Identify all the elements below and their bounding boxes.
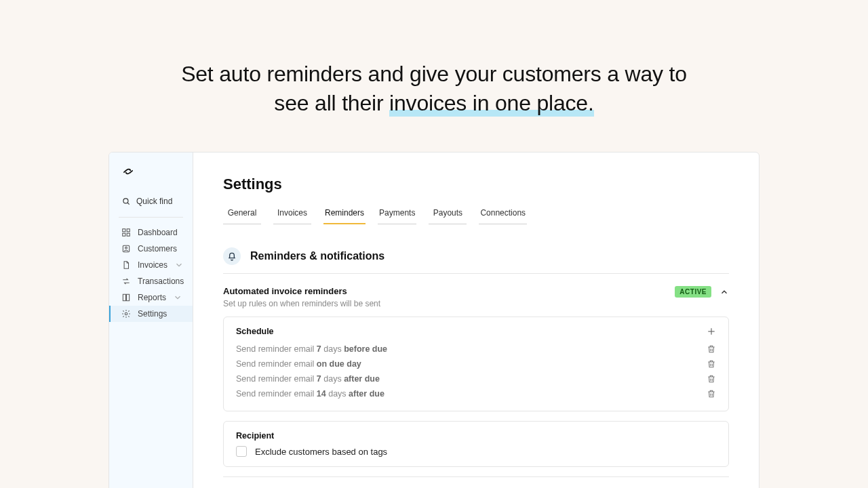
- sidebar-item-invoices[interactable]: Invoices: [109, 257, 193, 273]
- page-title: Settings: [223, 176, 729, 193]
- squarespace-logo-icon: [121, 165, 135, 178]
- sidebar: Quick find Dashboard Customers Invoices …: [109, 152, 193, 488]
- schedule-rule: Send reminder email on due day: [236, 357, 716, 371]
- tabs: General Invoices Reminders Payments Payo…: [223, 205, 729, 224]
- svg-rect-4: [123, 234, 125, 237]
- sidebar-item-transactions[interactable]: Transactions: [109, 273, 193, 289]
- exclude-checkbox[interactable]: [236, 446, 247, 457]
- svg-rect-5: [127, 234, 130, 237]
- app-logo: [121, 165, 193, 180]
- recipient-card: Recipient Exclude customers based on tag…: [223, 421, 729, 467]
- schedule-rule: Send reminder email 7 days after due: [236, 371, 716, 386]
- sidebar-item-label: Transactions: [138, 277, 184, 286]
- tab-payouts[interactable]: Payouts: [429, 205, 467, 224]
- tab-invoices[interactable]: Invoices: [273, 205, 311, 224]
- delete-rule-button[interactable]: [707, 359, 716, 369]
- svg-rect-2: [123, 229, 125, 232]
- schedule-rule: Send reminder email 7 days before due: [236, 342, 716, 357]
- sidebar-item-label: Settings: [138, 309, 167, 319]
- status-badge: ACTIVE: [675, 286, 711, 298]
- gear-icon: [121, 309, 131, 319]
- sidebar-item-label: Invoices: [138, 260, 167, 270]
- trash-icon: [707, 389, 716, 399]
- main-content: Settings General Invoices Reminders Paym…: [193, 152, 759, 488]
- delete-rule-button[interactable]: [707, 344, 716, 354]
- app-window: Quick find Dashboard Customers Invoices …: [108, 152, 760, 488]
- sidebar-item-label: Reports: [138, 293, 166, 302]
- auto-reminders-title: Automated invoice reminders: [223, 286, 668, 296]
- hero-highlight: invoices in one place.: [389, 89, 594, 118]
- search-icon: [121, 197, 131, 206]
- chevron-up-icon: [719, 287, 729, 297]
- hero-heading: Set auto reminders and give your custome…: [14, 60, 854, 118]
- sidebar-item-label: Customers: [138, 244, 177, 253]
- schedule-title: Schedule: [236, 327, 274, 336]
- svg-rect-3: [127, 229, 130, 232]
- trash-icon: [707, 359, 716, 369]
- add-rule-button[interactable]: [707, 327, 716, 336]
- schedule-card: Schedule Send reminder email 7 days befo…: [223, 317, 729, 411]
- sidebar-item-customers[interactable]: Customers: [109, 241, 193, 257]
- auto-reminders-row: Automated invoice reminders Set up rules…: [223, 283, 729, 317]
- tab-reminders[interactable]: Reminders: [323, 205, 366, 224]
- user-icon: [121, 244, 131, 253]
- grid-icon: [121, 228, 131, 237]
- exclude-label: Exclude customers based on tags: [255, 447, 387, 457]
- tab-connections[interactable]: Connections: [479, 205, 527, 224]
- quick-find-label: Quick find: [136, 197, 172, 206]
- auto-reminders-desc: Set up rules on when reminders will be s…: [223, 299, 668, 308]
- delete-rule-button[interactable]: [707, 389, 716, 399]
- tab-general[interactable]: General: [223, 205, 261, 224]
- trash-icon: [707, 374, 716, 384]
- swap-icon: [121, 277, 131, 286]
- sidebar-divider: [119, 217, 183, 218]
- delete-rule-button[interactable]: [707, 374, 716, 384]
- schedule-rule: Send reminder email 14 days after due: [236, 386, 716, 401]
- recipient-title: Recipient: [236, 431, 716, 441]
- svg-point-7: [125, 247, 127, 249]
- quick-find[interactable]: Quick find: [109, 192, 193, 210]
- section-title: Reminders & notifications: [250, 250, 384, 262]
- sidebar-item-label: Dashboard: [138, 228, 178, 237]
- section-divider: [223, 476, 729, 477]
- sidebar-item-reports[interactable]: Reports: [109, 289, 193, 306]
- tab-payments[interactable]: Payments: [378, 205, 416, 224]
- hero-line1: Set auto reminders and give your custome…: [181, 62, 687, 86]
- collapse-button[interactable]: [719, 287, 729, 297]
- section-header: Reminders & notifications: [223, 247, 729, 274]
- sidebar-item-settings[interactable]: Settings: [109, 306, 193, 322]
- svg-point-8: [125, 313, 127, 316]
- plus-icon: [707, 327, 716, 336]
- chevron-down-icon: [174, 260, 184, 270]
- bell-badge: [223, 247, 241, 265]
- document-icon: [121, 260, 131, 270]
- chevron-down-icon: [173, 293, 182, 302]
- bell-icon: [226, 251, 237, 262]
- svg-point-0: [123, 199, 128, 203]
- svg-line-1: [127, 203, 130, 205]
- hero: Set auto reminders and give your custome…: [0, 0, 868, 152]
- book-icon: [121, 293, 131, 302]
- sidebar-item-dashboard[interactable]: Dashboard: [109, 224, 193, 241]
- hero-line2-pre: see all their: [274, 91, 389, 115]
- trash-icon: [707, 344, 716, 354]
